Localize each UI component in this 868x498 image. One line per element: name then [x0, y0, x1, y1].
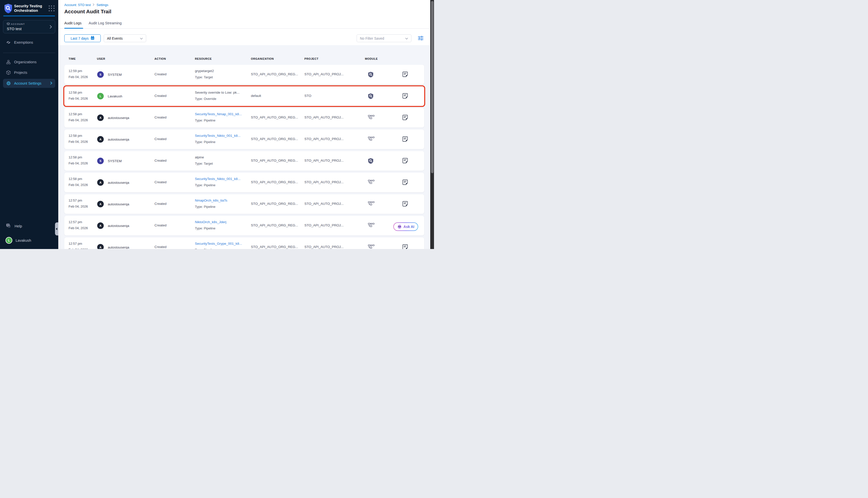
row-module — [368, 201, 375, 207]
note-icon[interactable] — [402, 115, 408, 121]
row-user: L Lavakush — [97, 93, 122, 100]
sidebar-item-label: Exemptions — [14, 40, 33, 44]
sidebar-accent-rule — [3, 16, 55, 16]
table-row: 12:57 pm Feb 04, 2026 A autostouserqa Cr… — [64, 194, 424, 214]
note-icon[interactable] — [402, 201, 408, 208]
breadcrumb-chevron-icon — [93, 3, 94, 7]
row-project: STO_API_AUTO_PROJ... — [305, 72, 344, 76]
resource-name[interactable]: NmapOrch_k8s_tiaTs — [195, 197, 227, 204]
scrollbar-thumb[interactable] — [431, 1, 433, 173]
app-grid-icon[interactable] — [49, 5, 55, 12]
pipeline-icon — [368, 224, 375, 228]
sto-shield-icon — [368, 96, 374, 100]
row-resource: Severity override to Low: pk... Type: Ov… — [195, 89, 239, 102]
note-icon[interactable] — [402, 180, 408, 186]
sidebar-item-exemptions[interactable]: Exemptions — [3, 38, 55, 47]
note-icon[interactable] — [402, 158, 408, 165]
org-chart-icon — [6, 60, 11, 64]
account-label: ACCOUNT — [11, 23, 25, 25]
row-organization: STO_API_AUTO_ORG_REG... — [251, 180, 298, 184]
ask-ai-label: Ask AI — [403, 225, 414, 229]
row-organization: STO_API_AUTO_ORG_REG... — [251, 116, 298, 119]
sidebar-item-label: Organizations — [14, 60, 36, 64]
tab-audit-log-streaming[interactable]: Audit Log Streaming — [89, 21, 121, 25]
row-resource: NiktoOrch_k8s_Jderj Type: Pipeline — [195, 219, 226, 232]
cube-icon — [6, 70, 11, 75]
breadcrumb-account-link[interactable]: Account: STO test — [64, 3, 91, 7]
user-name: Lavakush — [108, 94, 122, 98]
resource-name[interactable]: SecurityTests_Grype_001_k8... — [195, 240, 242, 247]
table-row: 12:58 pm Feb 04, 2026 A autostouserqa Cr… — [64, 108, 424, 128]
eye-off-icon — [6, 40, 11, 44]
col-organization: ORGANIZATION — [251, 57, 274, 60]
resource-type: Type: Target — [195, 160, 213, 167]
user-name: autostouserqa — [108, 181, 129, 184]
resource-name[interactable]: SecurityTests_Nmap_001_k8... — [195, 111, 242, 117]
avatar: A — [97, 222, 104, 229]
avatar: S — [97, 158, 104, 164]
row-resource: SecurityTests_Nmap_001_k8... Type: Pipel… — [195, 111, 242, 123]
table-row: 12:58 pm Feb 04, 2026 A autostouserqa Cr… — [64, 173, 424, 192]
account-switcher[interactable]: ACCOUNT STO test — [3, 20, 55, 34]
svg-text:?: ? — [7, 224, 9, 226]
note-icon[interactable] — [402, 93, 408, 100]
sidebar-item-account-settings[interactable]: Account Settings — [3, 79, 55, 88]
note-icon[interactable] — [402, 244, 408, 249]
row-user: S SYSTEM — [97, 158, 122, 164]
pipeline-icon — [368, 202, 375, 207]
sidebar-item-organizations[interactable]: Organizations — [3, 57, 55, 66]
col-time: TIME — [68, 57, 76, 60]
ask-ai-button[interactable]: Ask AI — [393, 222, 418, 231]
pipeline-icon — [368, 116, 375, 120]
pipeline-icon — [368, 138, 375, 142]
user-name: autostouserqa — [108, 116, 129, 120]
filter-bar: Last 7 days All Events — [58, 29, 434, 45]
row-resource: alpine Type: Target — [195, 154, 213, 167]
account-stack-icon — [7, 22, 10, 27]
resource-name[interactable]: SecurityTests_Nikto_001_k8... — [195, 132, 241, 139]
sidebar-item-label: Account Settings — [14, 81, 41, 86]
resource-name: alpine — [195, 154, 213, 160]
event-type-select[interactable]: All Events — [104, 35, 146, 42]
resource-name[interactable]: NiktoOrch_k8s_Jderj — [195, 219, 226, 225]
row-time: 12:58 pm Feb 04, 2026 — [68, 133, 88, 145]
row-module — [368, 115, 375, 121]
tab-audit-logs[interactable]: Audit Logs — [64, 21, 82, 25]
resource-type: Type: Override — [195, 96, 239, 102]
row-time: 12:59 pm Feb 04, 2026 — [68, 68, 88, 80]
note-icon[interactable] — [402, 136, 408, 143]
avatar: A — [97, 136, 104, 143]
chevron-right-icon — [50, 81, 52, 86]
breadcrumb-settings-link[interactable]: Settings — [96, 3, 108, 7]
row-action: Created — [154, 72, 167, 76]
row-time: 12:58 pm Feb 04, 2026 — [68, 111, 88, 123]
sidebar-collapse-handle[interactable] — [55, 222, 58, 235]
row-user: A autostouserqa — [97, 244, 129, 249]
row-action: Created — [154, 180, 167, 184]
row-action: Created — [154, 202, 167, 206]
user-name: autostouserqa — [108, 137, 129, 141]
resource-name[interactable]: SecurityTests_Nikto_001_k8... — [195, 176, 241, 182]
col-action: ACTION — [154, 57, 166, 60]
sidebar-item-projects[interactable]: Projects — [3, 68, 55, 77]
audit-table-body: 12:59 pm Feb 04, 2026 S SYSTEM Created g… — [64, 65, 424, 249]
table-row: 12:59 pm Feb 04, 2026 S SYSTEM Created g… — [64, 65, 424, 84]
resource-name: Severity override to Low: pk... — [195, 89, 239, 96]
col-module: MODULE — [365, 57, 378, 60]
chevron-down-icon — [405, 36, 408, 40]
user-name: autostouserqa — [108, 246, 129, 249]
filter-sliders-icon[interactable] — [418, 36, 424, 42]
row-time: 12:57 pm Feb 04, 2026 — [68, 219, 88, 231]
row-time: 12:58 pm Feb 04, 2026 — [68, 176, 88, 188]
row-module — [368, 158, 374, 165]
avatar: A — [97, 179, 104, 186]
table-row: 12:58 pm Feb 04, 2026 L Lavakush Created… — [64, 86, 424, 106]
note-icon[interactable] — [402, 71, 408, 78]
user-menu[interactable]: L Lavakush — [5, 237, 31, 244]
table-row: 12:57 pm Feb 04, 2026 A autostouserqa Cr… — [64, 237, 424, 249]
date-range-button[interactable]: Last 7 days — [64, 35, 101, 42]
row-organization: STO_API_AUTO_ORG_REG... — [251, 159, 298, 162]
help-button[interactable]: ? Help — [6, 223, 22, 229]
resource-type: Type: Target — [195, 74, 214, 80]
saved-filter-select[interactable]: No Filter Saved — [357, 35, 411, 42]
